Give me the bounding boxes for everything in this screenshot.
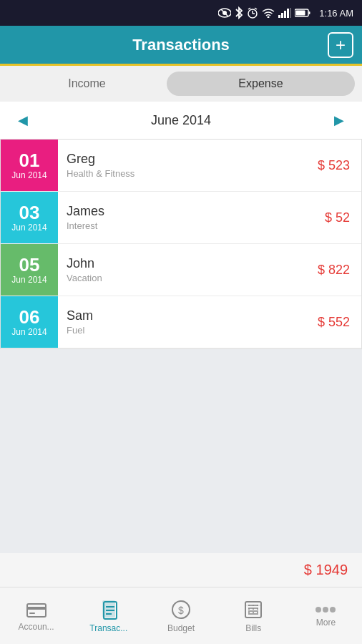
svg-rect-18 [27,607,46,610]
battery-icon [295,9,310,17]
nav-accounts-label: Accoun... [19,622,54,632]
transactions-icon [98,599,119,620]
transaction-info: John Vacation [58,244,318,296]
alarm-icon [247,7,258,19]
svg-point-34 [253,605,254,606]
date-month: Jun 2014 [11,275,47,285]
nav-bills[interactable]: Bills [217,587,290,644]
svg-line-6 [248,8,250,9]
svg-rect-16 [296,11,305,16]
nav-budget[interactable]: $ Budget [145,587,217,644]
transaction-amount: $ 552 [318,296,361,348]
svg-point-40 [253,612,254,613]
svg-rect-9 [278,15,280,18]
svg-point-8 [268,16,270,19]
date-day: 06 [19,307,40,328]
bills-icon [243,599,264,620]
next-month-button[interactable]: ▶ [328,109,351,132]
transaction-item[interactable]: 06 Jun 2014 Sam Fuel $ 552 [1,296,361,348]
svg-rect-11 [284,11,286,18]
svg-point-43 [323,607,328,613]
tab-expense[interactable]: Expense [167,72,355,96]
nav-more[interactable]: More [290,587,362,644]
add-transaction-button[interactable]: + [328,32,353,58]
nav-bills-label: Bills [245,623,261,633]
date-badge: 06 Jun 2014 [1,296,58,348]
transaction-name: James [67,204,316,219]
svg-text:$: $ [178,605,184,616]
transaction-name: John [67,256,309,271]
svg-rect-15 [309,11,310,14]
transaction-name: Sam [67,308,309,323]
current-month: June 2014 [151,113,211,128]
date-badge: 01 Jun 2014 [1,140,58,191]
svg-rect-13 [290,8,291,18]
date-month: Jun 2014 [11,223,47,233]
svg-line-7 [255,8,257,9]
accounts-icon [26,600,47,619]
svg-rect-19 [29,613,35,614]
bottom-nav: Accoun... Transac... $ Budget [0,587,362,644]
status-icons [218,6,310,19]
transaction-item[interactable]: 05 Jun 2014 John Vacation $ 822 [1,244,361,296]
nav-budget-label: Budget [167,623,195,633]
eye-icon [218,8,231,18]
nav-transactions[interactable]: Transac... [72,587,145,644]
svg-point-38 [257,608,258,610]
transaction-list: 01 Jun 2014 Greg Health & Fitness $ 523 … [0,140,362,349]
svg-point-42 [315,607,321,613]
transaction-amount: $ 822 [318,244,361,296]
wifi-icon [262,8,275,18]
date-day: 01 [19,150,40,171]
nav-transactions-label: Transac... [89,623,127,633]
svg-rect-10 [281,13,283,18]
status-bar: 1:16 AM [0,0,362,26]
svg-point-35 [257,605,258,606]
transaction-category: Vacation [67,273,309,283]
date-day: 05 [19,255,40,275]
svg-point-36 [248,608,250,610]
date-badge: 05 Jun 2014 [1,244,58,296]
prev-month-button[interactable]: ◀ [11,109,34,132]
svg-point-37 [253,608,254,610]
transaction-amount: $ 52 [325,192,361,243]
transaction-category: Fuel [67,325,309,336]
transaction-amount: $ 523 [318,140,361,191]
app-header: Transactions + [0,26,362,66]
transaction-item[interactable]: 03 Jun 2014 James Interest $ 52 [1,192,361,244]
transaction-item[interactable]: 01 Jun 2014 Greg Health & Fitness $ 523 [1,140,361,192]
nav-more-label: More [316,618,336,628]
month-selector: ◀ June 2014 ▶ [0,102,362,140]
tab-income[interactable]: Income [7,77,167,90]
transaction-info: James Interest [58,192,325,243]
total-amount: $ 1949 [304,562,348,577]
svg-rect-12 [287,9,289,18]
total-bar: $ 1949 [0,553,362,587]
transaction-category: Health & Fitness [67,168,309,179]
signal-icon [278,8,291,18]
svg-point-33 [248,605,250,606]
bluetooth-icon [235,6,243,19]
date-day: 03 [19,203,40,223]
tab-bar: Income Expense [0,66,362,102]
transaction-category: Interest [67,220,316,231]
page-title: Transactions [34,36,328,54]
date-month: Jun 2014 [11,170,47,180]
more-icon [315,605,336,615]
svg-rect-17 [27,604,46,617]
status-time: 1:16 AM [319,8,353,19]
transaction-info: Greg Health & Fitness [58,140,318,191]
svg-point-44 [330,607,336,613]
svg-point-39 [248,612,250,613]
date-badge: 03 Jun 2014 [1,192,58,243]
transaction-name: Greg [67,152,309,167]
transaction-info: Sam Fuel [58,296,318,348]
budget-icon: $ [170,599,192,620]
nav-accounts[interactable]: Accoun... [0,587,72,644]
svg-point-41 [257,612,258,613]
svg-line-2 [221,9,228,16]
date-month: Jun 2014 [11,327,47,337]
